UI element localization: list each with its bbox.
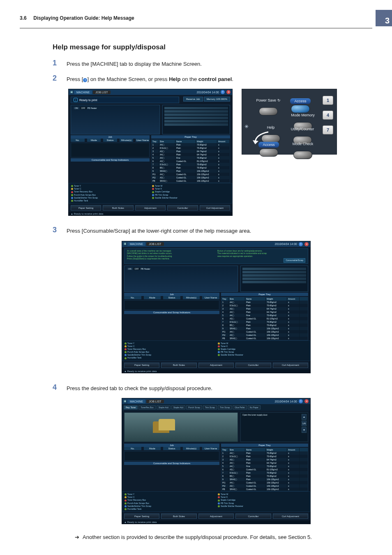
numpad-key[interactable]: 7 — [323, 125, 333, 134]
indicator-item: Toner K — [218, 345, 308, 347]
table-cell: 106-135g/m2 — [266, 478, 287, 481]
table-cell: 1 — [221, 451, 229, 455]
machine-screen: ▣ MACHINE JOB LIST 2010/04/04 14:00 ? ✕ … — [68, 89, 233, 216]
page-up-button[interactable]: ▲ — [302, 414, 307, 420]
table-cell: A3▢ — [229, 484, 245, 488]
page-down-button[interactable]: ▼ — [302, 427, 307, 433]
indicator-item: SaddleStitcher Trim Scrap — [125, 505, 214, 507]
table-cell: 6 — [152, 160, 159, 163]
table-cell: ≡ — [287, 314, 300, 317]
table-cell: Plain — [245, 327, 266, 330]
job-col: Mode — [144, 296, 161, 299]
table-cell: 81-105g/m2 — [196, 160, 217, 163]
control-panel-label: control panel — [198, 76, 232, 82]
table-cell: ≡ — [287, 301, 300, 304]
printer-diagram: ON OFF PB Heater — [124, 266, 238, 292]
table-cell: SRA3▢ — [229, 488, 245, 491]
both-sides-button[interactable]: Both Sides — [103, 205, 133, 210]
supply-tab[interactable]: Trim Scrap — [203, 405, 217, 409]
curl-adjustment-button[interactable]: Curl Adjustment — [273, 363, 308, 368]
table-row: PI1A4▢Coated-GL106-135g/m2≡ — [152, 173, 230, 176]
table-cell: Plain — [245, 478, 266, 481]
table-cell: A4▢ — [229, 330, 245, 333]
adjustment-button[interactable]: Adjustment — [198, 363, 234, 368]
table-cell: 64-74g/m2 — [266, 310, 287, 314]
controller-button[interactable]: Controller — [235, 513, 271, 519]
help-icon[interactable]: ? — [299, 399, 303, 403]
table-cell: Coated-GL — [245, 333, 266, 337]
supply-tab[interactable]: No Paper — [248, 405, 261, 409]
power-save-button[interactable] — [259, 107, 278, 116]
indicator-item: Toner K — [152, 187, 230, 190]
adjustment-button[interactable]: Adjustment — [198, 513, 234, 519]
table-cell: 106-135g/m2 — [266, 330, 287, 333]
close-icon[interactable]: ✕ — [226, 90, 231, 94]
job-col: Status — [103, 139, 117, 142]
on-button[interactable]: ON — [127, 268, 133, 270]
memory-value: 100.000% — [216, 98, 227, 100]
off-button[interactable]: OFF — [134, 268, 140, 270]
table-row: 4A4▢Plain64-74g/m2≡ — [152, 153, 230, 156]
numpad-key[interactable]: 1 — [323, 96, 333, 105]
both-sides-button[interactable]: Both Sides — [161, 513, 196, 519]
table-cell: A4▢ — [159, 143, 175, 146]
supply-tab[interactable]: Staple Add — [157, 405, 171, 409]
supply-tab[interactable]: Trim Scrap — [218, 405, 232, 409]
pt-head: Tray — [152, 140, 159, 143]
table-cell: 106-135g/m2 — [196, 173, 217, 176]
on-button[interactable]: ON — [74, 107, 79, 109]
supply-tab[interactable]: Rep. Toner — [124, 405, 138, 409]
tab-machine[interactable]: MACHINE — [127, 242, 145, 246]
curl-adjustment-button[interactable]: Curl Adjustment — [273, 513, 308, 519]
numpad-key[interactable]: 4 — [323, 111, 333, 120]
table-cell: ≡ — [287, 330, 300, 333]
help-icon[interactable]: ? — [221, 90, 225, 94]
table-cell: SRA3▢ — [229, 478, 245, 481]
supply-tab[interactable]: Punch Scrap — [186, 405, 202, 409]
help-icon[interactable]: ? — [299, 242, 303, 246]
table-cell: B5▢ — [159, 166, 175, 169]
table-cell: Plain — [175, 143, 196, 146]
supply-tab[interactable]: Glue Pellet — [233, 405, 247, 409]
indicator-item: Toner Recovery Box — [71, 190, 149, 193]
table-cell: A3▢ — [229, 468, 245, 471]
table-row: 9SRA3▢Plain106-135g/m2≡ — [221, 327, 308, 330]
consumable-scrap-button[interactable]: Consumable/Scrap — [284, 258, 305, 263]
mode-check-button[interactable] — [293, 151, 312, 159]
both-sides-button[interactable]: Both Sides — [161, 363, 196, 368]
paper-setting-button[interactable]: Paper Setting — [124, 363, 159, 368]
table-cell: 3 — [152, 150, 159, 153]
tab-joblist[interactable]: JOB LIST — [146, 242, 164, 246]
table-cell: A3▢ — [229, 458, 245, 461]
table-cell: Plain — [245, 301, 266, 304]
tab-machine[interactable]: MACHINE — [127, 400, 145, 403]
paper-setting-button[interactable]: Paper Setting — [71, 205, 101, 210]
off-button[interactable]: OFF — [80, 107, 87, 109]
curl-adjustment-button[interactable]: Curl Adjustment — [200, 205, 230, 210]
table-cell: 64-74g/m2 — [266, 307, 287, 310]
supply-tab[interactable]: Staple Add — [171, 405, 185, 409]
table-cell: 5 — [152, 156, 159, 160]
supply-tab[interactable]: TonerRec.Box — [138, 405, 155, 409]
adjustment-button[interactable]: Adjustment — [135, 205, 166, 210]
close-icon[interactable]: ✕ — [304, 242, 309, 246]
paper-setting-button[interactable]: Paper Setting — [124, 513, 159, 519]
table-cell: 81-105g/m2 — [266, 468, 287, 471]
job-band: Job — [124, 444, 219, 447]
controller-button[interactable]: Controller — [235, 363, 271, 368]
reserve-job-button[interactable]: Reserve Job — [186, 98, 200, 100]
table-cell: 106-135g/m2 — [266, 327, 287, 330]
access-button-bottom[interactable] — [259, 148, 278, 157]
close-icon[interactable]: ✕ — [304, 399, 309, 403]
tab-machine[interactable]: MACHINE — [74, 90, 92, 94]
table-cell: PI2 — [221, 333, 229, 337]
table-cell: ≡ — [217, 179, 230, 183]
table-row: 1A4▢Plain75-80g/m2≡ — [221, 301, 308, 304]
table-cell: PB — [221, 337, 229, 340]
table-cell: A3▢ — [159, 160, 175, 163]
controller-button[interactable]: Controller — [167, 205, 198, 210]
tab-joblist[interactable]: JOB LIST — [146, 400, 164, 403]
tab-joblist[interactable]: JOB LIST — [93, 90, 110, 94]
pt-head: Name — [245, 297, 266, 301]
indicator-item: Toner Recovery Box — [125, 348, 214, 350]
